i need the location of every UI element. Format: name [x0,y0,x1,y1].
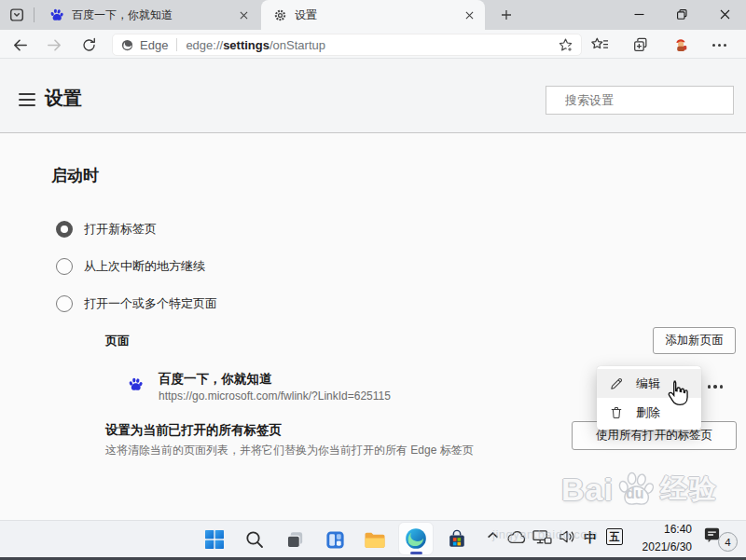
add-new-page-button[interactable]: 添加新页面 [653,327,736,354]
clock-time: 16:40 [625,522,692,537]
settings-content: 启动时 打开新标签页 从上次中断的地方继续 打开一个或多个特定页面 页面 添加新… [0,133,746,520]
tab-title: 百度一下，你就知道 [72,7,235,23]
window-close-button[interactable] [703,0,746,29]
radio-unselected-icon[interactable] [56,258,73,275]
window-restore-button[interactable] [660,0,703,29]
network-icon [532,529,552,545]
pencil-icon [609,376,624,391]
taskbar-search-button[interactable] [242,527,267,552]
onedrive-tray-button[interactable] [506,530,527,544]
restore-icon [677,9,687,20]
edge-taskbar-button[interactable] [398,522,434,555]
tab-settings[interactable]: 设置 [261,0,485,30]
speaker-icon [559,529,576,544]
collections-button[interactable] [630,34,651,55]
watermark-text: 经验 [660,471,718,508]
tab-close-button[interactable] [235,7,252,23]
radio-continue-where-left-off[interactable]: 从上次中断的地方继续 [56,256,205,277]
windows-logo-icon [203,528,226,551]
back-arrow-icon [11,36,29,54]
mario-extension-icon [673,37,689,53]
folder-icon [364,530,386,550]
chevron-up-icon [487,531,499,540]
watermark-text: Bai [561,471,614,508]
notification-count-badge[interactable]: 4 [718,532,738,552]
extension-mario-button[interactable] [670,34,691,55]
startup-page-row[interactable]: 百度一下，你就知道 https://go.microsoft.com/fwlin… [121,371,569,408]
settings-search-input[interactable] [563,92,731,108]
cloud-icon [506,530,527,544]
radio-label: 从上次中断的地方继续 [84,258,205,275]
store-icon [447,529,467,550]
start-button[interactable] [202,527,227,552]
microsoft-store-button[interactable] [445,527,469,552]
settings-search-box[interactable] [546,86,734,115]
network-tray-button[interactable] [532,529,552,545]
volume-tray-button[interactable] [559,529,576,544]
trash-icon [609,405,624,420]
current-tabs-title: 设置为当前已打开的所有标签页 [105,422,282,439]
refresh-button[interactable] [78,34,99,55]
more-icon [708,385,723,388]
widgets-button[interactable] [323,527,347,552]
search-icon [244,529,265,550]
tab-title: 设置 [295,7,461,23]
ime-mode-button[interactable]: 中 [584,530,597,547]
radio-selected-icon[interactable] [56,221,73,238]
radio-unselected-icon[interactable] [56,295,73,312]
favorites-button[interactable] [589,34,610,55]
window-minimize-button[interactable] [617,0,660,29]
edge-logo-icon [120,38,134,52]
back-button[interactable] [9,34,30,55]
forward-button[interactable] [44,34,64,55]
radio-label: 打开新标签页 [84,221,157,238]
baidu-favicon-icon [128,376,144,396]
close-icon [465,11,474,20]
gear-icon [273,8,287,22]
ime-shape-button[interactable]: 五 [606,528,623,545]
radio-open-specific-pages[interactable]: 打开一个或多个特定页面 [56,294,217,314]
page-entry-url: https://go.microsoft.com/fwlink/?LinkId=… [159,389,391,403]
close-icon [240,11,248,20]
add-favorite-button[interactable] [558,37,573,53]
more-icon [712,44,726,47]
tab-close-button[interactable] [461,7,477,23]
task-view-button[interactable] [283,527,307,552]
edge-logo-icon [404,526,428,551]
page-entry-title: 百度一下，你就知道 [159,371,272,388]
tab-separator [34,7,35,22]
hand-cursor-icon [666,379,688,406]
page-entry-more-button[interactable] [699,376,731,397]
taskbar-clock[interactable]: 16:40 2021/6/30 [625,522,692,554]
baidu-favicon-icon [49,7,64,22]
widgets-icon [325,529,346,551]
tab-actions-menu-button[interactable] [6,5,28,25]
address-divider [176,38,177,51]
menu-item-label: 删除 [636,404,660,421]
new-tab-button[interactable] [496,5,517,25]
watermark-text: du [626,485,644,502]
settings-menu-button[interactable] [19,93,35,106]
radio-open-new-tab[interactable]: 打开新标签页 [56,219,157,239]
forward-arrow-icon [46,36,63,54]
tab-baidu[interactable]: 百度一下，你就知道 [37,0,259,30]
address-bar[interactable]: Edge edge://settings/onStartup [112,34,582,56]
menu-item-label: 编辑 [636,376,660,392]
pages-label: 页面 [105,333,130,349]
url-path: /onStartup [269,38,325,52]
tray-overflow-button[interactable] [487,531,499,540]
url-scheme: edge:// [186,38,223,52]
minimize-icon [634,9,644,20]
clock-date: 2021/6/30 [625,540,692,554]
site-engine-label: Edge [140,38,168,52]
close-icon [720,9,730,20]
file-explorer-button[interactable] [363,527,387,552]
refresh-icon [81,37,97,53]
url-host: settings [223,38,269,52]
tab-actions-icon [8,7,25,23]
collections-icon [632,36,649,53]
screen: 百度一下，你就知道 设置 Edge edge://settings/onStar… [0,0,746,560]
active-app-indicator [410,552,422,554]
favorites-star-icon [590,36,609,53]
browser-menu-button[interactable] [709,34,729,55]
